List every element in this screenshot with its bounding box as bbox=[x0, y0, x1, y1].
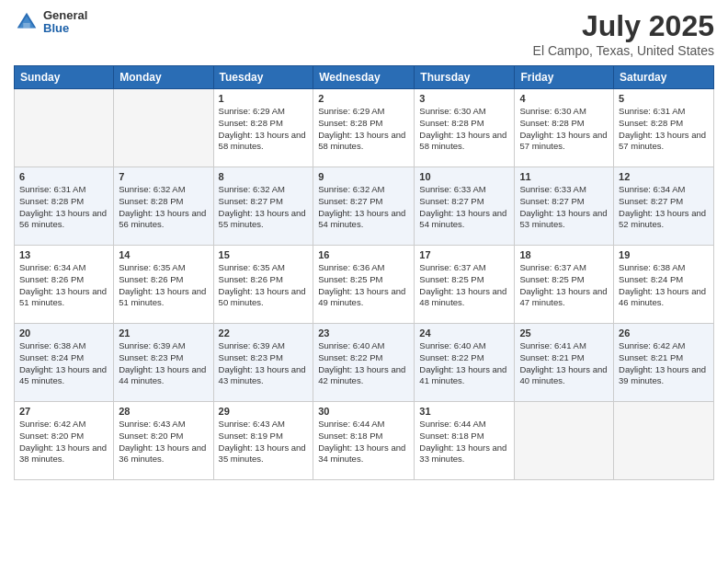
day-info: Sunrise: 6:31 AMSunset: 8:28 PMDaylight:… bbox=[19, 184, 108, 231]
day-info: Sunrise: 6:44 AMSunset: 8:18 PMDaylight:… bbox=[318, 419, 409, 465]
day-number: 16 bbox=[318, 249, 409, 260]
day-info: Sunrise: 6:33 AMSunset: 8:27 PMDaylight:… bbox=[519, 184, 609, 231]
calendar-header-thursday: Thursday bbox=[415, 66, 515, 89]
calendar-header-row: SundayMondayTuesdayWednesdayThursdayFrid… bbox=[15, 66, 714, 89]
day-info: Sunrise: 6:30 AMSunset: 8:28 PMDaylight:… bbox=[519, 106, 609, 153]
day-number: 11 bbox=[519, 171, 609, 182]
day-info: Sunrise: 6:33 AMSunset: 8:27 PMDaylight:… bbox=[419, 184, 509, 231]
day-number: 23 bbox=[318, 327, 409, 339]
calendar-day-cell: 15Sunrise: 6:35 AMSunset: 8:26 PMDayligh… bbox=[213, 246, 313, 324]
day-number: 1 bbox=[219, 93, 309, 104]
day-number: 12 bbox=[619, 171, 709, 182]
calendar-day-cell: 26Sunrise: 6:42 AMSunset: 8:21 PMDayligh… bbox=[614, 324, 714, 402]
day-info: Sunrise: 6:43 AMSunset: 8:20 PMDaylight:… bbox=[119, 419, 208, 465]
day-info: Sunrise: 6:40 AMSunset: 8:22 PMDaylight:… bbox=[318, 340, 409, 387]
calendar-day-cell: 6Sunrise: 6:31 AMSunset: 8:28 PMDaylight… bbox=[15, 167, 114, 246]
calendar-day-cell: 9Sunrise: 6:32 AMSunset: 8:27 PMDaylight… bbox=[313, 167, 415, 246]
calendar-day-cell: 11Sunrise: 6:33 AMSunset: 8:27 PMDayligh… bbox=[515, 167, 614, 246]
calendar-day-cell: 28Sunrise: 6:43 AMSunset: 8:20 PMDayligh… bbox=[114, 402, 213, 480]
logo-text: General Blue bbox=[43, 9, 87, 36]
page: General Blue July 2025 El Campo, Texas, … bbox=[0, 0, 728, 563]
day-number: 24 bbox=[419, 327, 509, 339]
day-number: 7 bbox=[119, 171, 208, 182]
day-info: Sunrise: 6:40 AMSunset: 8:22 PMDaylight:… bbox=[419, 340, 509, 387]
calendar-day-cell: 22Sunrise: 6:39 AMSunset: 8:23 PMDayligh… bbox=[213, 324, 313, 402]
day-info: Sunrise: 6:31 AMSunset: 8:28 PMDaylight:… bbox=[619, 106, 709, 153]
calendar-day-cell: 5Sunrise: 6:31 AMSunset: 8:28 PMDaylight… bbox=[614, 89, 714, 167]
day-info: Sunrise: 6:35 AMSunset: 8:26 PMDaylight:… bbox=[219, 262, 309, 309]
day-info: Sunrise: 6:39 AMSunset: 8:23 PMDaylight:… bbox=[219, 340, 309, 387]
day-number: 18 bbox=[519, 249, 609, 260]
calendar-day-cell: 16Sunrise: 6:36 AMSunset: 8:25 PMDayligh… bbox=[313, 246, 415, 324]
calendar-week-row: 1Sunrise: 6:29 AMSunset: 8:28 PMDaylight… bbox=[15, 89, 714, 167]
title-month: July 2025 bbox=[533, 9, 714, 43]
calendar-week-row: 27Sunrise: 6:42 AMSunset: 8:20 PMDayligh… bbox=[15, 402, 714, 480]
day-info: Sunrise: 6:38 AMSunset: 8:24 PMDaylight:… bbox=[19, 340, 108, 387]
day-number: 6 bbox=[19, 171, 108, 182]
day-number: 15 bbox=[219, 249, 309, 260]
calendar-day-cell: 12Sunrise: 6:34 AMSunset: 8:27 PMDayligh… bbox=[614, 167, 714, 246]
day-number: 28 bbox=[119, 406, 208, 417]
day-number: 2 bbox=[318, 93, 409, 104]
day-number: 29 bbox=[219, 406, 309, 417]
day-info: Sunrise: 6:44 AMSunset: 8:18 PMDaylight:… bbox=[419, 419, 509, 465]
day-number: 19 bbox=[619, 249, 709, 260]
calendar-day-cell: 20Sunrise: 6:38 AMSunset: 8:24 PMDayligh… bbox=[15, 324, 114, 402]
calendar-day-cell: 8Sunrise: 6:32 AMSunset: 8:27 PMDaylight… bbox=[213, 167, 313, 246]
day-info: Sunrise: 6:32 AMSunset: 8:27 PMDaylight:… bbox=[318, 184, 409, 231]
calendar-day-cell: 19Sunrise: 6:38 AMSunset: 8:24 PMDayligh… bbox=[614, 246, 714, 324]
calendar-day-cell: 27Sunrise: 6:42 AMSunset: 8:20 PMDayligh… bbox=[15, 402, 114, 480]
day-info: Sunrise: 6:36 AMSunset: 8:25 PMDaylight:… bbox=[318, 262, 409, 309]
calendar-day-cell: 31Sunrise: 6:44 AMSunset: 8:18 PMDayligh… bbox=[415, 402, 515, 480]
calendar-day-cell: 21Sunrise: 6:39 AMSunset: 8:23 PMDayligh… bbox=[114, 324, 213, 402]
svg-rect-2 bbox=[23, 23, 29, 29]
header: General Blue July 2025 El Campo, Texas, … bbox=[14, 9, 714, 58]
day-number: 8 bbox=[219, 171, 309, 182]
calendar-day-cell bbox=[114, 89, 213, 167]
calendar-day-cell: 14Sunrise: 6:35 AMSunset: 8:26 PMDayligh… bbox=[114, 246, 213, 324]
calendar-day-cell: 2Sunrise: 6:29 AMSunset: 8:28 PMDaylight… bbox=[313, 89, 415, 167]
day-number: 30 bbox=[318, 406, 409, 417]
day-number: 9 bbox=[318, 171, 409, 182]
day-info: Sunrise: 6:41 AMSunset: 8:21 PMDaylight:… bbox=[519, 340, 609, 387]
calendar-header-friday: Friday bbox=[515, 66, 614, 89]
calendar-header-saturday: Saturday bbox=[614, 66, 714, 89]
title-block: July 2025 El Campo, Texas, United States bbox=[533, 9, 714, 58]
calendar-day-cell bbox=[15, 89, 114, 167]
day-number: 5 bbox=[619, 93, 709, 104]
calendar-day-cell: 23Sunrise: 6:40 AMSunset: 8:22 PMDayligh… bbox=[313, 324, 415, 402]
day-info: Sunrise: 6:34 AMSunset: 8:26 PMDaylight:… bbox=[19, 262, 108, 309]
day-info: Sunrise: 6:37 AMSunset: 8:25 PMDaylight:… bbox=[519, 262, 609, 309]
day-info: Sunrise: 6:32 AMSunset: 8:27 PMDaylight:… bbox=[219, 184, 309, 231]
calendar-day-cell: 29Sunrise: 6:43 AMSunset: 8:19 PMDayligh… bbox=[213, 402, 313, 480]
logo-blue-text: Blue bbox=[43, 22, 87, 35]
day-number: 21 bbox=[119, 327, 208, 339]
day-number: 26 bbox=[619, 327, 709, 339]
title-location: El Campo, Texas, United States bbox=[533, 43, 714, 58]
calendar-day-cell: 18Sunrise: 6:37 AMSunset: 8:25 PMDayligh… bbox=[515, 246, 614, 324]
calendar-day-cell: 3Sunrise: 6:30 AMSunset: 8:28 PMDaylight… bbox=[415, 89, 515, 167]
day-number: 10 bbox=[419, 171, 509, 182]
calendar-week-row: 6Sunrise: 6:31 AMSunset: 8:28 PMDaylight… bbox=[15, 167, 714, 246]
day-number: 31 bbox=[419, 406, 509, 417]
logo-general-text: General bbox=[43, 9, 87, 22]
calendar-day-cell bbox=[515, 402, 614, 480]
day-number: 4 bbox=[519, 93, 609, 104]
day-info: Sunrise: 6:37 AMSunset: 8:25 PMDaylight:… bbox=[419, 262, 509, 309]
calendar-day-cell: 30Sunrise: 6:44 AMSunset: 8:18 PMDayligh… bbox=[313, 402, 415, 480]
calendar-table: SundayMondayTuesdayWednesdayThursdayFrid… bbox=[14, 65, 714, 480]
day-info: Sunrise: 6:35 AMSunset: 8:26 PMDaylight:… bbox=[119, 262, 208, 309]
day-info: Sunrise: 6:39 AMSunset: 8:23 PMDaylight:… bbox=[119, 340, 208, 387]
day-info: Sunrise: 6:30 AMSunset: 8:28 PMDaylight:… bbox=[419, 106, 509, 153]
logo: General Blue bbox=[14, 9, 87, 36]
day-number: 20 bbox=[19, 327, 108, 339]
day-info: Sunrise: 6:29 AMSunset: 8:28 PMDaylight:… bbox=[219, 106, 309, 153]
day-info: Sunrise: 6:29 AMSunset: 8:28 PMDaylight:… bbox=[318, 106, 409, 153]
calendar-day-cell: 10Sunrise: 6:33 AMSunset: 8:27 PMDayligh… bbox=[415, 167, 515, 246]
calendar-header-tuesday: Tuesday bbox=[213, 66, 313, 89]
day-info: Sunrise: 6:42 AMSunset: 8:20 PMDaylight:… bbox=[19, 419, 108, 465]
calendar-day-cell: 1Sunrise: 6:29 AMSunset: 8:28 PMDaylight… bbox=[213, 89, 313, 167]
logo-icon bbox=[14, 9, 40, 35]
day-info: Sunrise: 6:42 AMSunset: 8:21 PMDaylight:… bbox=[619, 340, 709, 387]
calendar-day-cell: 24Sunrise: 6:40 AMSunset: 8:22 PMDayligh… bbox=[415, 324, 515, 402]
